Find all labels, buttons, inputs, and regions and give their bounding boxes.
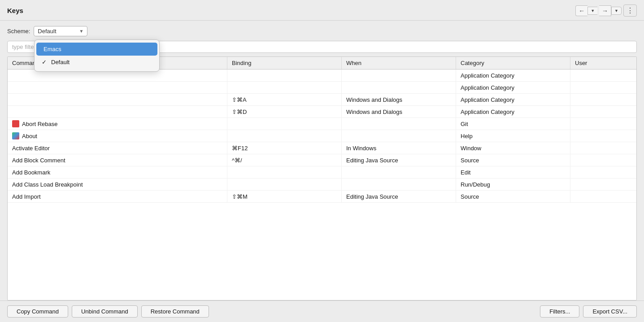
more-options-button[interactable]: ⋮ xyxy=(623,4,637,17)
scheme-dropdown-popup: Emacs ✓ Default xyxy=(34,39,160,72)
table-row[interactable]: ⇧⌘DWindows and DialogsApplication Catego… xyxy=(8,106,636,118)
table-row[interactable]: Add BookmarkEdit xyxy=(8,166,636,178)
table-row[interactable]: AboutHelp xyxy=(8,130,636,142)
table-row[interactable]: Abort RebaseGit xyxy=(8,118,636,130)
scheme-dropdown[interactable]: Default ▼ xyxy=(34,26,87,36)
back-dropdown-button[interactable]: ▼ xyxy=(587,7,597,15)
table-row[interactable]: ⇧⌘AWindows and DialogsApplication Catego… xyxy=(8,94,636,106)
table-row[interactable]: Add Import⇧⌘MEditing Java SourceSource xyxy=(8,191,636,203)
title-bar-controls: ← ▼ → ▼ ⋮ xyxy=(575,4,637,17)
red-square-icon xyxy=(12,120,19,127)
page-title: Keys xyxy=(7,7,23,14)
forward-button[interactable]: → xyxy=(599,5,611,16)
filters-button[interactable]: Filters... xyxy=(540,305,579,318)
unbind-command-button[interactable]: Unbind Command xyxy=(72,305,138,318)
forward-dropdown-icon: ▼ xyxy=(614,9,618,13)
bottom-bar-right: Filters... Export CSV... xyxy=(540,305,637,318)
bottom-bar-left: Copy Command Unbind Command Restore Comm… xyxy=(7,305,209,318)
table-row[interactable]: Add Block Comment^⌘/Editing Java SourceS… xyxy=(8,154,636,166)
main-content: Scheme: Default ▼ Emacs ✓ Default Comman… xyxy=(0,21,644,300)
table-row[interactable]: Application Category xyxy=(8,82,636,94)
dropdown-item-default[interactable]: ✓ Default xyxy=(35,56,159,69)
scheme-dropdown-arrow-icon: ▼ xyxy=(79,29,83,34)
default-label: Default xyxy=(51,59,70,65)
dropdown-item-emacs[interactable]: Emacs xyxy=(36,43,157,56)
emacs-label: Emacs xyxy=(44,46,61,52)
th-user[interactable]: User xyxy=(570,57,636,69)
forward-icon: → xyxy=(602,7,608,14)
back-icon: ← xyxy=(579,7,585,14)
back-button[interactable]: ← xyxy=(575,5,587,16)
bottom-bar: Copy Command Unbind Command Restore Comm… xyxy=(0,300,644,322)
th-when[interactable]: When xyxy=(342,57,456,69)
scheme-label: Scheme: xyxy=(7,28,30,35)
dots-icon: ⋮ xyxy=(627,6,634,15)
copy-command-button[interactable]: Copy Command xyxy=(7,305,68,318)
export-csv-button[interactable]: Export CSV... xyxy=(583,305,637,318)
back-forward-group: ← ▼ → ▼ xyxy=(575,5,622,16)
title-bar: Keys ← ▼ → ▼ ⋮ xyxy=(0,0,644,21)
table-row[interactable]: Activate Editor⌘F12In WindowsWindow xyxy=(8,142,636,154)
scheme-selected-value: Default xyxy=(38,28,56,35)
th-category[interactable]: Category xyxy=(456,57,570,69)
kotlin-icon xyxy=(12,132,19,139)
table-row[interactable]: Add Class Load BreakpointRun/Debug xyxy=(8,178,636,191)
back-dropdown-icon: ▼ xyxy=(591,9,595,13)
th-binding[interactable]: Binding xyxy=(227,57,342,69)
restore-command-button[interactable]: Restore Command xyxy=(141,305,209,318)
table-body: Application CategoryApplication Category… xyxy=(8,70,636,300)
forward-dropdown-button[interactable]: ▼ xyxy=(611,7,622,15)
checkmark-icon: ✓ xyxy=(42,59,47,65)
table: Command ▲ Binding When Category User App… xyxy=(7,57,637,300)
scheme-row: Scheme: Default ▼ Emacs ✓ Default xyxy=(7,26,637,36)
